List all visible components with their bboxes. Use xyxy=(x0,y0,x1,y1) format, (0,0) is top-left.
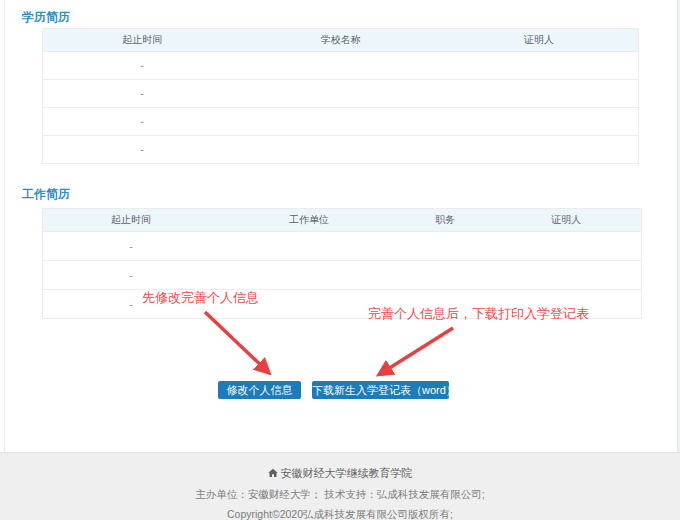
table-cell xyxy=(242,108,440,136)
column-header: 证明人 xyxy=(492,209,642,232)
table-row: - xyxy=(43,108,639,136)
table-header-row: 起止时间学校名称证明人 xyxy=(43,29,639,52)
table-cell xyxy=(492,232,642,261)
table-cell xyxy=(492,261,642,290)
table-cell xyxy=(440,136,638,164)
table-cell xyxy=(219,232,399,261)
table-cell xyxy=(440,108,638,136)
annotation-arrow-right xyxy=(380,328,453,374)
column-header: 证明人 xyxy=(440,29,638,52)
table-cell xyxy=(242,52,440,80)
table-cell xyxy=(219,261,399,290)
work-section-title: 工作简历 xyxy=(22,186,70,203)
table-cell xyxy=(440,80,638,108)
column-header: 起止时间 xyxy=(43,209,220,232)
table-cell: - xyxy=(43,136,242,164)
annotation-arrow-left xyxy=(205,312,268,372)
footer-school-line: 安徽财经大学继续教育学院 xyxy=(0,466,680,481)
table-cell xyxy=(242,80,440,108)
annotation-note-edit-first: 先修改完善个人信息 xyxy=(142,289,259,307)
column-header: 起止时间 xyxy=(43,29,242,52)
footer-copyright-line: Copyright©2020弘成科技发展有限公司版权所有; xyxy=(0,508,680,520)
table-cell: - xyxy=(43,52,242,80)
annotation-note-download-after: 完善个人信息后，下载打印入学登记表 xyxy=(368,305,589,323)
education-section-title: 学历简历 xyxy=(22,9,70,26)
table-cell xyxy=(399,261,492,290)
column-header: 工作单位 xyxy=(219,209,399,232)
footer-school-name: 安徽财经大学继续教育学院 xyxy=(281,467,413,479)
table-row: - xyxy=(43,136,639,164)
table-cell xyxy=(440,52,638,80)
education-table: 起止时间学校名称证明人---- xyxy=(42,28,639,164)
column-header: 职务 xyxy=(399,209,492,232)
edit-profile-button[interactable]: 修改个人信息 xyxy=(218,381,301,399)
table-cell: - xyxy=(43,108,242,136)
table-row: - xyxy=(43,232,642,261)
column-header: 学校名称 xyxy=(242,29,440,52)
table-cell xyxy=(399,232,492,261)
table-row: - xyxy=(43,261,642,290)
table-cell: - xyxy=(43,80,242,108)
table-row: - xyxy=(43,80,639,108)
table-cell xyxy=(242,136,440,164)
home-icon xyxy=(268,468,278,478)
footer: 安徽财经大学继续教育学院 主办单位：安徽财经大学； 技术支持：弘成科技发展有限公… xyxy=(0,452,680,520)
work-table: 起止时间工作单位职务证明人--- xyxy=(42,208,642,319)
page: 学历简历 起止时间学校名称证明人---- 工作简历 起止时间工作单位职务证明人-… xyxy=(0,0,680,520)
download-registration-form-button[interactable]: 下载新生入学登记表（word） xyxy=(312,381,449,399)
left-edge-divider xyxy=(4,0,5,452)
table-cell: - xyxy=(43,261,220,290)
table-header-row: 起止时间工作单位职务证明人 xyxy=(43,209,642,232)
table-row: - xyxy=(43,52,639,80)
table-cell: - xyxy=(43,232,220,261)
footer-host-line: 主办单位：安徽财经大学； 技术支持：弘成科技发展有限公司; xyxy=(0,488,680,502)
